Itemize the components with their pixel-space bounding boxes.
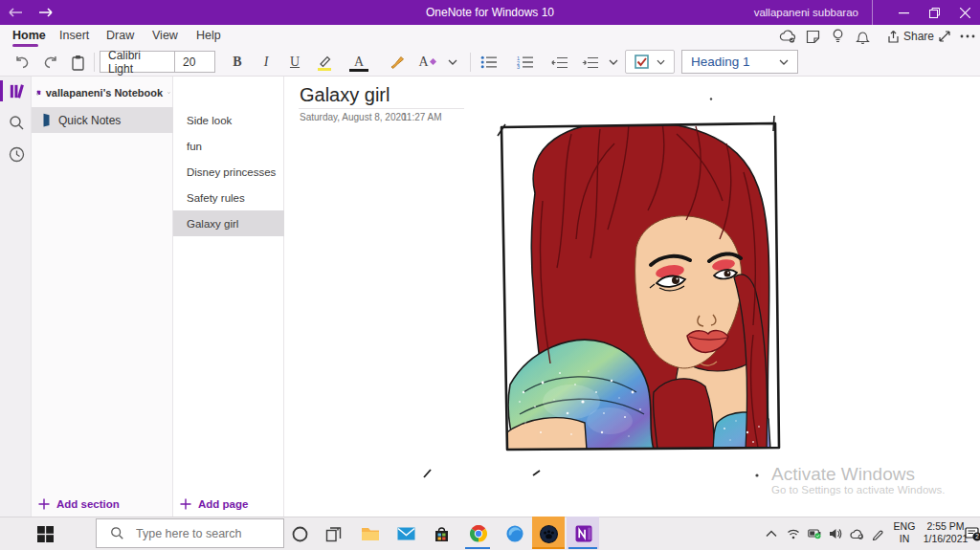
font-color-button[interactable]: A: [346, 51, 371, 74]
rail-active-indicator: [0, 80, 3, 101]
section-item-quick-notes[interactable]: Quick Notes: [32, 107, 173, 133]
language-indicator[interactable]: ENG IN: [890, 520, 919, 545]
indent-icon[interactable]: [578, 51, 603, 74]
active-tab-indicator: [12, 44, 38, 47]
italic-button[interactable]: I: [255, 51, 278, 74]
plus-icon: [38, 498, 50, 510]
list-more-chevron-icon[interactable]: [605, 51, 622, 74]
share-label: Share: [903, 30, 934, 43]
recent-notes-icon[interactable]: [7, 144, 26, 164]
page-title[interactable]: Galaxy girl: [300, 84, 390, 106]
drawing-figure: [504, 121, 770, 450]
paw-app-icon[interactable]: [538, 523, 559, 544]
notebook-name: vallapaneni's Notebook: [46, 87, 163, 99]
title-underline: [299, 108, 464, 109]
task-view-icon[interactable]: [323, 523, 344, 544]
screen: { "titlebar": { "app_title": "OneNote fo…: [0, 0, 980, 550]
page-item[interactable]: Side look: [173, 107, 284, 133]
onenote-active-indicator: [568, 547, 597, 549]
file-explorer-icon[interactable]: [360, 523, 381, 544]
svg-text:3: 3: [517, 64, 520, 69]
fullscreen-icon[interactable]: [934, 28, 955, 45]
todo-tag-button[interactable]: [625, 50, 675, 74]
format-painter-icon[interactable]: [385, 51, 410, 74]
lightbulb-icon[interactable]: [827, 28, 848, 45]
battery-icon[interactable]: [804, 523, 825, 544]
edge-icon[interactable]: [504, 523, 525, 544]
page-time: 11:27 AM: [402, 112, 442, 122]
page-item[interactable]: Safety rules: [173, 185, 284, 210]
page-item[interactable]: Disney princesses: [173, 159, 284, 185]
close-button[interactable]: [949, 0, 980, 25]
font-size-selector[interactable]: 20: [174, 51, 215, 73]
mail-icon[interactable]: [395, 523, 416, 544]
section-label: Quick Notes: [58, 114, 121, 127]
clear-formatting-button[interactable]: A: [415, 51, 440, 74]
wifi-icon[interactable]: [783, 523, 804, 544]
add-section-button[interactable]: Add section: [38, 495, 120, 514]
paw-active-indicator: [532, 547, 565, 549]
ribbon-separator: [470, 53, 471, 72]
font-name-selector[interactable]: Calibri Light: [100, 51, 175, 73]
page-item-selected[interactable]: Galaxy girl: [173, 210, 284, 236]
account-name[interactable]: vallapaneni subbarao: [754, 0, 873, 25]
highlight-color-swatch: [318, 68, 331, 71]
bullet-list-icon[interactable]: [477, 51, 501, 74]
bell-icon[interactable]: [852, 28, 873, 45]
notebook-icon: [36, 85, 41, 100]
section-pane: [32, 77, 173, 517]
minimize-button[interactable]: [888, 0, 919, 25]
paste-icon[interactable]: [67, 51, 88, 74]
todo-chevron-icon: [657, 59, 665, 65]
page-canvas[interactable]: [284, 77, 980, 517]
taskbar-search[interactable]: [96, 518, 284, 548]
microsoft-store-icon[interactable]: [431, 523, 452, 544]
action-center-icon[interactable]: 2: [965, 525, 980, 542]
numbered-list-icon[interactable]: 123: [513, 51, 538, 74]
tab-view[interactable]: View: [152, 29, 178, 42]
activate-windows-subtext: Go to Settings to activate Windows.: [771, 484, 946, 495]
bold-button[interactable]: B: [226, 51, 249, 74]
tab-home[interactable]: Home: [12, 29, 46, 42]
search-icon[interactable]: [7, 113, 26, 132]
pen-icon[interactable]: [867, 523, 888, 544]
clock[interactable]: 2:55 PM 1/16/2021: [921, 520, 970, 545]
underline-button[interactable]: U: [283, 51, 306, 74]
chrome-icon[interactable]: [468, 523, 489, 544]
more-options-icon[interactable]: [957, 28, 978, 45]
section-tab-icon: [42, 113, 51, 127]
tray-date: 1/16/2021: [921, 533, 970, 545]
page-date: Saturday, August 8, 2020: [300, 112, 407, 122]
redo-icon[interactable]: [40, 51, 61, 74]
sticky-notes-icon[interactable]: [802, 28, 823, 45]
style-selector[interactable]: Heading 1: [681, 50, 798, 74]
undo-icon[interactable]: [11, 51, 33, 74]
tab-draw[interactable]: Draw: [106, 29, 134, 42]
notebook-selector[interactable]: vallapaneni's Notebook: [36, 82, 170, 103]
start-button[interactable]: [34, 523, 56, 544]
sync-status-icon[interactable]: [777, 28, 798, 45]
galaxy-girl-drawing[interactable]: [284, 77, 980, 517]
onedrive-icon[interactable]: [846, 523, 867, 544]
search-input[interactable]: [136, 527, 279, 540]
hair-strand-front: [653, 379, 713, 450]
outdent-icon[interactable]: [547, 51, 572, 74]
tab-help[interactable]: Help: [196, 29, 221, 42]
highlighter-button[interactable]: [312, 51, 337, 74]
volume-icon[interactable]: [825, 523, 846, 544]
notebooks-icon[interactable]: [7, 81, 26, 100]
cortana-icon[interactable]: [289, 523, 310, 544]
tab-insert[interactable]: Insert: [59, 29, 89, 42]
add-page-button[interactable]: Add page: [180, 495, 248, 514]
ribbon-separator: [94, 53, 95, 72]
style-chevron-icon: [779, 59, 789, 65]
font-color-swatch: [349, 69, 368, 72]
share-button[interactable]: Share: [885, 28, 934, 45]
page-item[interactable]: fun: [173, 133, 284, 159]
tray-chevron-icon[interactable]: [761, 523, 782, 544]
navigation-rail: [0, 77, 32, 517]
onenote-icon[interactable]: [573, 523, 594, 544]
restore-button[interactable]: [919, 0, 949, 25]
font-more-chevron-icon[interactable]: [444, 51, 461, 74]
search-icon: [110, 526, 124, 540]
